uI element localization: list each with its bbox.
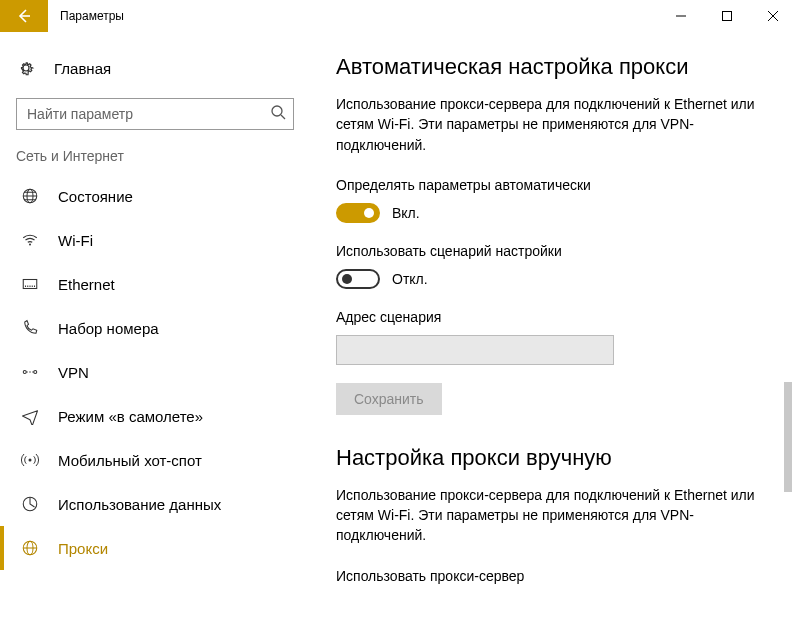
sidebar-item-proxy[interactable]: Прокси [0,526,310,570]
arrow-left-icon [16,8,32,24]
section-heading-manual: Настройка прокси вручную [336,445,770,471]
hotspot-icon [20,451,40,469]
search-wrap [16,98,294,130]
sidebar-item-label: Использование данных [58,496,221,513]
maximize-icon [721,10,733,22]
sidebar-item-vpn[interactable]: VPN [0,350,310,394]
scrollbar-thumb[interactable] [784,382,792,492]
save-button[interactable]: Сохранить [336,383,442,415]
svg-rect-5 [23,280,37,289]
sidebar-item-label: Режим «в самолете» [58,408,203,425]
sidebar-item-wifi[interactable]: Wi-Fi [0,218,310,262]
home-label: Главная [54,60,111,77]
use-script-toggle[interactable] [336,269,380,289]
sidebar-item-hotspot[interactable]: Мобильный хот-спот [0,438,310,482]
sidebar-item-airplane[interactable]: Режим «в самолете» [0,394,310,438]
svg-point-8 [29,459,32,462]
svg-rect-0 [723,12,732,21]
sidebar-item-datausage[interactable]: Использование данных [0,482,310,526]
search-input[interactable] [16,98,294,130]
search-icon [270,104,286,124]
sidebar-item-label: Состояние [58,188,133,205]
use-proxy-label: Использовать прокси-сервер [336,568,770,584]
sidebar-item-label: Набор номера [58,320,159,337]
content-pane: Автоматическая настройка прокси Использо… [310,32,796,630]
use-script-state: Откл. [392,271,428,287]
data-icon [20,495,40,513]
ethernet-icon [20,275,40,293]
window-title: Параметры [48,0,124,32]
gear-icon [16,59,36,77]
use-script-toggle-row: Откл. [336,269,770,289]
sidebar: Главная Сеть и Интернет Состояние Wi-Fi … [0,32,310,630]
wifi-icon [20,231,40,249]
close-button[interactable] [750,0,796,32]
sidebar-item-dialup[interactable]: Набор номера [0,306,310,350]
auto-detect-label: Определять параметры автоматически [336,177,770,193]
sidebar-item-status[interactable]: Состояние [0,174,310,218]
nav-group-header: Сеть и Интернет [0,148,310,174]
auto-detect-state: Вкл. [392,205,420,221]
vpn-icon [20,363,40,381]
home-nav[interactable]: Главная [0,48,310,88]
maximize-button[interactable] [704,0,750,32]
auto-detect-toggle[interactable] [336,203,380,223]
section-desc-manual: Использование прокси-сервера для подключ… [336,485,756,546]
svg-point-1 [272,106,282,116]
sidebar-item-ethernet[interactable]: Ethernet [0,262,310,306]
globe-icon [20,187,40,205]
sidebar-item-label: Ethernet [58,276,115,293]
svg-point-4 [29,244,31,246]
sidebar-item-label: Прокси [58,540,108,557]
use-script-label: Использовать сценарий настройки [336,243,770,259]
section-heading-auto: Автоматическая настройка прокси [336,54,770,80]
minimize-icon [675,10,687,22]
auto-detect-toggle-row: Вкл. [336,203,770,223]
window-controls [658,0,796,32]
titlebar: Параметры [0,0,796,32]
sidebar-item-label: VPN [58,364,89,381]
svg-point-6 [23,371,26,374]
minimize-button[interactable] [658,0,704,32]
section-desc-auto: Использование прокси-сервера для подключ… [336,94,756,155]
airplane-icon [20,407,40,425]
close-icon [767,10,779,22]
svg-point-7 [34,371,37,374]
toggle-knob [342,274,352,284]
sidebar-item-label: Мобильный хот-спот [58,452,202,469]
script-address-input[interactable] [336,335,614,365]
globe-icon [20,539,40,557]
sidebar-item-label: Wi-Fi [58,232,93,249]
phone-icon [20,319,40,337]
script-address-label: Адрес сценария [336,309,770,325]
toggle-knob [364,208,374,218]
scrollbar[interactable] [782,32,794,630]
back-button[interactable] [0,0,48,32]
